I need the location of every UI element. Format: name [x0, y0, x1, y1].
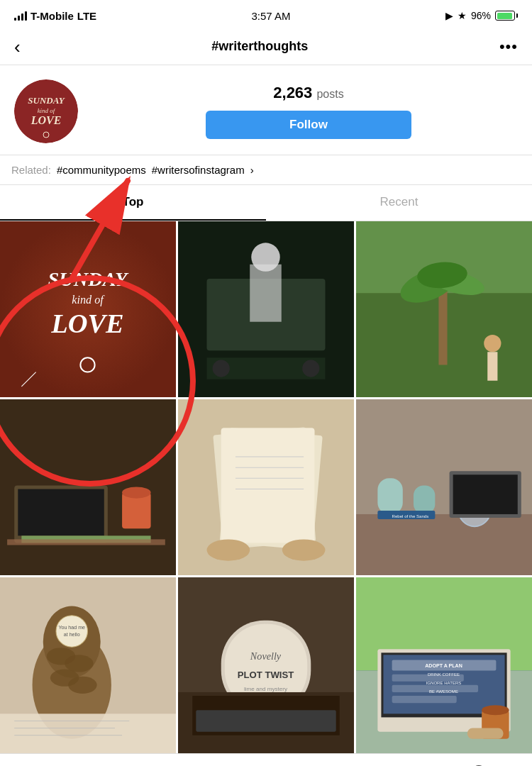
svg-text:LOVE: LOVE	[50, 309, 124, 338]
svg-rect-48	[414, 485, 435, 514]
svg-text:kind of: kind of	[38, 107, 56, 114]
tabs-row: Top Recent	[0, 185, 532, 221]
tab-top[interactable]: Top	[0, 185, 266, 221]
status-right: ▶ ★ 96%	[445, 10, 518, 21]
svg-text:Novelly: Novelly	[250, 650, 282, 662]
profile-info: 2,263 posts Follow	[99, 84, 518, 139]
grid-item-7[interactable]: You had me at hello	[0, 577, 176, 753]
svg-rect-15	[250, 265, 282, 322]
svg-point-31	[122, 487, 150, 498]
tab-recent[interactable]: Recent	[266, 185, 532, 221]
svg-text:BE AWESOME: BE AWESOME	[429, 689, 458, 694]
svg-rect-76	[196, 710, 336, 731]
photo-grid: SUNDAY kind of LOVE	[0, 221, 532, 753]
grid-item-6[interactable]: Rebel of the Sands	[356, 399, 532, 575]
svg-text:kind of: kind of	[72, 294, 105, 306]
svg-point-25	[484, 335, 501, 352]
related-tag-2[interactable]: ›	[250, 164, 254, 176]
svg-text:lime and mystery: lime and mystery	[244, 686, 288, 692]
svg-point-43	[206, 539, 250, 560]
network-label: LTE	[77, 10, 96, 22]
bottom-nav	[0, 753, 532, 766]
signal-bar-4	[25, 11, 27, 21]
avatar[interactable]: SUNDAY kind of LOVE	[14, 79, 78, 143]
svg-text:PLOT TWIST: PLOT TWIST	[238, 670, 294, 680]
svg-text:Rebel of the Sands: Rebel of the Sands	[392, 514, 429, 518]
svg-text:DRINK COFFEE: DRINK COFFEE	[428, 672, 460, 677]
grid-item-2[interactable]	[178, 221, 354, 397]
svg-rect-29	[18, 489, 104, 536]
status-time: 3:57 AM	[251, 10, 290, 22]
svg-rect-51	[453, 474, 518, 514]
signal-bars	[14, 11, 27, 21]
location-icon: ▶	[445, 10, 453, 21]
related-tag-1[interactable]: #writersofinstagram	[152, 164, 245, 176]
svg-point-44	[282, 539, 326, 560]
svg-rect-64	[0, 714, 176, 753]
signal-bar-1	[14, 18, 16, 21]
follow-button[interactable]: Follow	[206, 111, 411, 139]
grid-item-8[interactable]: Novelly PLOT TWIST lime and mystery	[178, 577, 354, 753]
svg-text:ADOPT A PLAN: ADOPT A PLAN	[425, 663, 462, 669]
posts-label: posts	[316, 88, 343, 100]
svg-rect-93	[467, 728, 504, 739]
related-label: Related:	[11, 164, 51, 176]
carrier-label: T-Mobile	[31, 10, 74, 22]
battery-tip	[516, 13, 518, 18]
bluetooth-icon: ★	[458, 10, 467, 21]
nav-bar: ‹ #writerthoughts •••	[0, 28, 532, 65]
svg-point-61	[56, 616, 88, 648]
status-left: T-Mobile LTE	[14, 10, 96, 22]
grid-item-4[interactable]	[0, 399, 176, 575]
svg-text:IGNORE HATERS: IGNORE HATERS	[426, 681, 462, 685]
svg-text:LOVE: LOVE	[31, 114, 62, 126]
battery-indicator	[495, 11, 518, 21]
battery-pct: 96%	[471, 10, 491, 21]
svg-point-18	[302, 360, 319, 377]
profile-section: SUNDAY kind of LOVE 2,263 posts Follow	[0, 65, 532, 155]
svg-rect-47	[377, 478, 402, 514]
svg-text:SUNDAY: SUNDAY	[48, 268, 129, 290]
svg-point-92	[482, 705, 509, 715]
grid-item-9[interactable]: ADOPT A PLAN DRINK COFFEE IGNORE HATERS …	[356, 577, 532, 753]
svg-rect-86	[392, 696, 457, 703]
svg-rect-46	[356, 514, 532, 575]
svg-point-58	[65, 655, 93, 672]
more-button[interactable]: •••	[499, 38, 518, 56]
svg-point-17	[213, 360, 230, 377]
svg-text:You had me: You had me	[58, 625, 85, 631]
battery-fill	[497, 13, 512, 19]
posts-count: 2,263 posts	[273, 84, 343, 102]
related-tag-0[interactable]: #communitypoems	[57, 164, 146, 176]
grid-item-1[interactable]: SUNDAY kind of LOVE	[0, 221, 176, 397]
signal-bar-2	[18, 16, 20, 21]
svg-rect-33	[7, 539, 165, 545]
svg-rect-26	[487, 352, 497, 380]
grid-item-3[interactable]	[356, 221, 532, 397]
battery-body	[495, 11, 515, 21]
page-title: #writerthoughts	[211, 39, 308, 54]
related-tags-bar: Related: #communitypoems #writersofinsta…	[0, 155, 532, 185]
status-bar: T-Mobile LTE 3:57 AM ▶ ★ 96%	[0, 0, 532, 28]
svg-text:at hello: at hello	[64, 632, 80, 638]
back-button[interactable]: ‹	[14, 38, 21, 56]
svg-rect-38	[221, 428, 315, 543]
signal-bar-3	[21, 13, 23, 21]
grid-item-5[interactable]	[178, 399, 354, 575]
svg-text:SUNDAY: SUNDAY	[28, 95, 65, 106]
svg-point-60	[68, 677, 96, 694]
page-wrapper: T-Mobile LTE 3:57 AM ▶ ★ 96% ‹ #writerth…	[0, 0, 532, 766]
